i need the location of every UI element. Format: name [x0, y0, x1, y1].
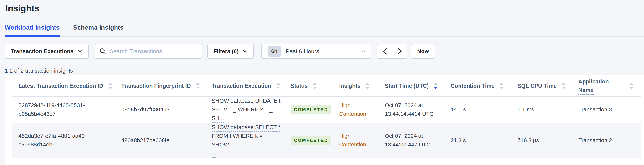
tab-bar: Workload Insights Schema Insights — [4, 24, 644, 37]
column-header-latest-transaction-execution-id[interactable]: Latest Transaction Execution ID — [12, 75, 121, 96]
contention-time-cell: 14.1 s — [451, 96, 518, 123]
chevron-down-icon — [362, 50, 366, 53]
sql-cpu-time-cell: 1.1 ms — [518, 96, 578, 123]
latest-execution-id-cell: 452da3e7-e7fa-4801-aa40- c59988d14eb6 — [12, 123, 121, 158]
column-label: Transaction Execution — [212, 82, 271, 90]
column-label: Status — [290, 82, 308, 90]
column-header-application-name[interactable]: Application Name — [578, 75, 641, 96]
column-header-transaction-fingerprint-id[interactable]: Transaction Fingerprint ID — [121, 75, 212, 96]
insight-link-high-contention[interactable]: High Contention — [339, 102, 366, 117]
transaction-execution-link[interactable]: SHOW database UPDATE t SET v = _ WHERE k… — [212, 98, 280, 121]
column-header-insights[interactable]: Insights — [339, 75, 385, 96]
next-window-button[interactable] — [392, 44, 407, 58]
status-badge: COMPLETED — [290, 105, 332, 114]
sort-icon — [562, 83, 566, 89]
column-label: Transaction Fingerprint ID — [121, 82, 191, 90]
sort-icon — [313, 83, 317, 89]
fingerprint-id-cell: 480a8b217be006fe — [121, 123, 212, 158]
search-box[interactable] — [94, 44, 202, 59]
sort-icon — [108, 83, 112, 89]
column-label: SQL CPU Time — [518, 82, 557, 90]
insights-table-card: Latest Transaction Execution ID Transact… — [4, 75, 644, 165]
column-label: Contention Time — [451, 82, 494, 90]
chevron-down-icon — [243, 50, 248, 53]
latest-execution-id-cell: 328729d2-ff19-4408-8531- b05a5b4e43c7 — [12, 96, 121, 123]
sort-icon — [630, 83, 634, 89]
tab-workload-insights[interactable]: Workload Insights — [4, 24, 60, 36]
column-header-transaction-execution[interactable]: Transaction Execution — [212, 75, 290, 96]
table-row: 452da3e7-e7fa-4801-aa40- c59988d14eb6 48… — [12, 123, 641, 158]
time-range-label: Past 6 Hours — [286, 48, 362, 55]
fingerprint-id-cell: 08d8b7d97f830463 — [121, 96, 212, 123]
search-input[interactable] — [110, 48, 197, 55]
now-button[interactable]: Now — [411, 44, 435, 59]
execution-type-label: Transaction Executions — [11, 48, 74, 55]
chevron-left-icon — [383, 48, 387, 55]
previous-window-button[interactable] — [377, 44, 392, 58]
filters-dropdown[interactable]: Filters (0) — [208, 44, 254, 59]
application-name-cell: Transaction 2 — [578, 123, 641, 158]
sort-icon — [196, 83, 200, 89]
filters-label: Filters (0) — [214, 48, 239, 55]
chevron-right-icon — [398, 48, 402, 55]
sort-icon — [366, 83, 370, 89]
column-header-contention-time[interactable]: Contention Time — [451, 75, 518, 96]
column-label: Application Name — [578, 77, 624, 94]
contention-time-cell: 21.3 s — [451, 123, 518, 158]
start-time-cell: Oct 07, 2024 at 13:44:14.4414 UTC — [385, 96, 451, 123]
time-range-picker[interactable]: 6h Past 6 Hours — [261, 44, 371, 59]
results-summary: 1-2 of 2 transaction insights — [4, 68, 644, 74]
sort-icon — [500, 83, 504, 89]
table-row: 328729d2-ff19-4408-8531- b05a5b4e43c7 08… — [12, 96, 641, 123]
transaction-execution-link[interactable]: SHOW database SELECT * FROM t WHERE k = … — [212, 124, 280, 156]
insight-link-high-contention[interactable]: High Contention — [339, 133, 366, 148]
sort-icon — [276, 83, 280, 89]
tab-schema-insights[interactable]: Schema Insights — [73, 24, 124, 36]
time-range-chip: 6h — [268, 46, 281, 57]
application-name-cell: Transaction 3 — [578, 96, 641, 123]
execution-type-dropdown[interactable]: Transaction Executions — [4, 44, 88, 59]
search-icon — [100, 48, 106, 55]
sql-cpu-time-cell: 716.3 µs — [518, 123, 578, 158]
status-badge: COMPLETED — [290, 136, 332, 145]
table-header-row: Latest Transaction Execution ID Transact… — [12, 75, 641, 96]
column-header-sql-cpu-time[interactable]: SQL CPU Time — [518, 75, 578, 96]
column-header-start-time[interactable]: Start Time (UTC) — [385, 75, 451, 96]
time-window-pager — [377, 44, 407, 59]
column-label: Start Time (UTC) — [385, 82, 429, 90]
column-header-status[interactable]: Status — [290, 75, 339, 96]
sort-icon — [434, 83, 438, 89]
start-time-cell: Oct 07, 2024 at 13:44:07.447 UTC — [385, 123, 451, 158]
column-label: Insights — [339, 82, 360, 90]
chevron-down-icon — [78, 50, 82, 53]
toolbar: Transaction Executions Filters (0) 6h Pa… — [4, 44, 644, 59]
transaction-insights-table: Latest Transaction Execution ID Transact… — [12, 75, 641, 158]
page-title: Insights — [6, 3, 644, 14]
column-label: Latest Transaction Execution ID — [18, 82, 103, 90]
